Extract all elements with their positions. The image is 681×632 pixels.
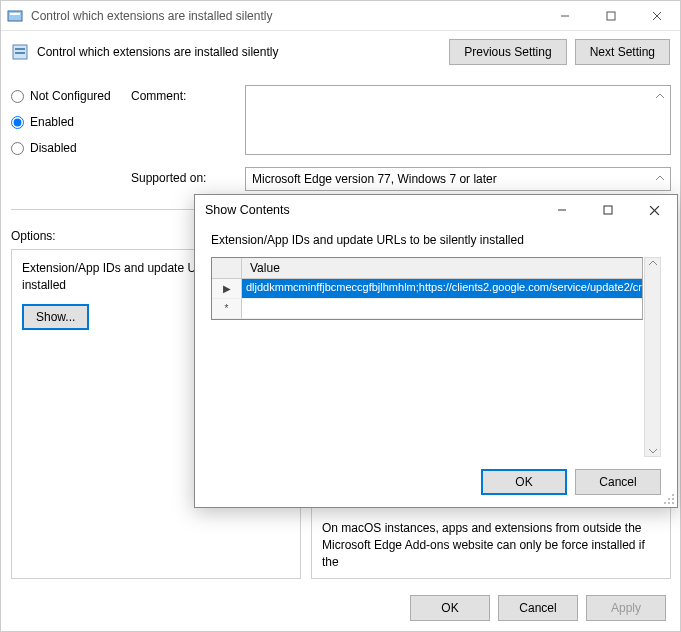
policy-state-radios: Not Configured Enabled Disabled (11, 89, 111, 155)
dialog-maximize-button[interactable] (585, 195, 631, 225)
radio-disabled-label: Disabled (30, 141, 77, 155)
value-grid[interactable]: Value ▶ dljddkmmcminffjbcmeccgfbjlhmhlm;… (211, 257, 643, 320)
radio-not-configured-label: Not Configured (30, 89, 111, 103)
svg-point-17 (668, 502, 670, 504)
next-setting-button[interactable]: Next Setting (575, 39, 670, 65)
dialog-ok-button[interactable]: OK (481, 469, 567, 495)
dialog-titlebar: Show Contents (195, 195, 677, 225)
policy-header-row: Control which extensions are installed s… (1, 31, 680, 69)
ok-button[interactable]: OK (410, 595, 490, 621)
svg-rect-1 (10, 13, 20, 15)
grid-row-marker: * (212, 299, 242, 319)
scroll-up-icon[interactable] (652, 170, 668, 186)
radio-not-configured-input[interactable] (11, 90, 24, 103)
radio-enabled-label: Enabled (30, 115, 74, 129)
policy-heading: Control which extensions are installed s… (37, 45, 437, 59)
radio-enabled[interactable]: Enabled (11, 115, 111, 129)
radio-disabled-input[interactable] (11, 142, 24, 155)
previous-setting-button[interactable]: Previous Setting (449, 39, 566, 65)
radio-not-configured[interactable]: Not Configured (11, 89, 111, 103)
supported-on-value: Microsoft Edge version 77, Windows 7 or … (252, 172, 497, 186)
dialog-title: Show Contents (201, 203, 539, 217)
cancel-button[interactable]: Cancel (498, 595, 578, 621)
svg-rect-7 (15, 48, 25, 50)
dialog-minimize-button[interactable] (539, 195, 585, 225)
svg-point-13 (672, 494, 674, 496)
resize-grip-icon[interactable] (663, 493, 675, 505)
dialog-button-row: OK Cancel Apply (410, 595, 666, 621)
grid-row[interactable]: * (212, 299, 642, 319)
svg-point-15 (668, 498, 670, 500)
window-controls (542, 1, 680, 30)
dialog-close-button[interactable] (631, 195, 677, 225)
policy-icon (7, 8, 23, 24)
grid-cell-value[interactable] (242, 299, 642, 319)
window-titlebar: Control which extensions are installed s… (1, 1, 680, 31)
grid-vertical-scrollbar[interactable] (644, 257, 661, 457)
grid-header-row: Value (212, 258, 642, 279)
policy-doc-icon (11, 43, 29, 61)
scroll-down-icon[interactable] (648, 446, 658, 456)
radio-disabled[interactable]: Disabled (11, 141, 111, 155)
svg-point-14 (672, 498, 674, 500)
dialog-instruction: Extension/App IDs and update URLs to be … (211, 233, 661, 247)
svg-rect-0 (8, 11, 22, 21)
grid-header-gutter (212, 258, 242, 278)
radio-enabled-input[interactable] (11, 116, 24, 129)
apply-button[interactable]: Apply (586, 595, 666, 621)
comment-textarea[interactable] (245, 85, 671, 155)
grid-row[interactable]: ▶ dljddkmmcminffjbcmeccgfbjlhmhlm;https:… (212, 279, 642, 299)
svg-point-16 (672, 502, 674, 504)
grid-row-marker: ▶ (212, 279, 242, 299)
minimize-button[interactable] (542, 1, 588, 30)
supported-on-label: Supported on: (131, 171, 206, 185)
supported-on-box: Microsoft Edge version 77, Windows 7 or … (245, 167, 671, 191)
grid-cell-value[interactable]: dljddkmmcminffjbcmeccgfbjlhmhlm;https://… (242, 279, 642, 299)
svg-rect-3 (607, 12, 615, 20)
help-paragraph: On macOS instances, apps and extensions … (322, 520, 660, 570)
show-button[interactable]: Show... (22, 304, 89, 330)
scroll-up-icon[interactable] (652, 88, 668, 104)
svg-rect-10 (604, 206, 612, 214)
dialog-button-row: OK Cancel (195, 457, 677, 507)
close-button[interactable] (634, 1, 680, 30)
options-label: Options: (11, 229, 56, 243)
comment-label: Comment: (131, 89, 186, 103)
show-contents-dialog: Show Contents Extension/App IDs and upda… (194, 194, 678, 508)
maximize-button[interactable] (588, 1, 634, 30)
svg-rect-8 (15, 52, 25, 54)
window-title: Control which extensions are installed s… (31, 9, 542, 23)
scroll-up-icon[interactable] (648, 258, 658, 268)
svg-point-18 (664, 502, 666, 504)
grid-header-value: Value (242, 258, 642, 278)
dialog-cancel-button[interactable]: Cancel (575, 469, 661, 495)
